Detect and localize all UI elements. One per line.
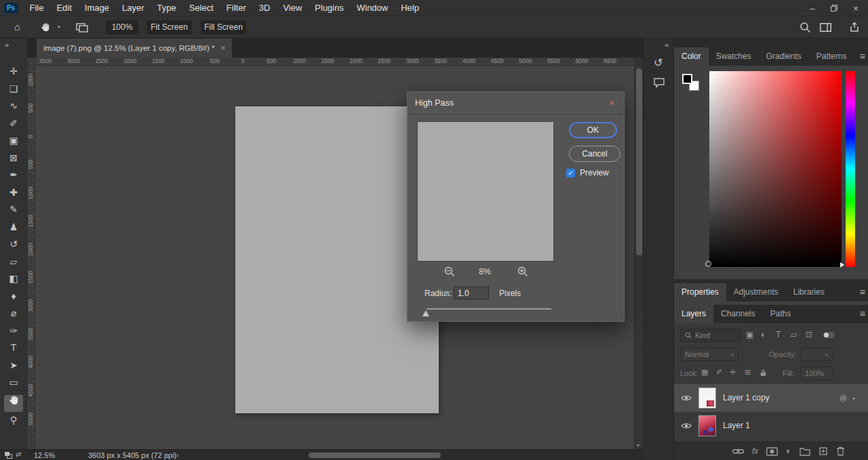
hue-strip[interactable] (846, 71, 855, 267)
radius-slider-track[interactable] (427, 308, 551, 310)
layer-row[interactable]: Layer 1 (674, 412, 868, 440)
tab-properties[interactable]: Properties (674, 283, 726, 301)
foreground-color-swatch[interactable] (682, 74, 692, 84)
lock-position-icon[interactable]: ✛ (730, 368, 736, 377)
menu-item[interactable]: Filter (220, 0, 252, 16)
panel-menu-icon[interactable]: ≡ (860, 283, 865, 301)
minimize-button[interactable]: – (802, 0, 823, 16)
lock-all-icon[interactable] (760, 369, 767, 377)
close-button[interactable]: × (845, 0, 867, 16)
lasso-tool[interactable]: ∿ (4, 98, 23, 115)
workspace-panel-icon[interactable] (820, 23, 831, 32)
zoom-100-button[interactable]: 100% (106, 20, 138, 35)
lock-transparency-icon[interactable]: ▦ (701, 368, 708, 377)
scrollbar-thumb[interactable] (636, 68, 642, 255)
rectangle-tool[interactable]: ▭ (4, 374, 23, 392)
collapse-toolbar-icon[interactable]: » (5, 41, 9, 49)
menu-item[interactable]: Edit (50, 0, 78, 16)
panel-menu-icon[interactable]: ≡ (860, 305, 865, 323)
marquee-tool[interactable]: ❏ (4, 81, 23, 98)
menu-item[interactable]: Layer (116, 0, 151, 16)
layer-filter-toggle[interactable] (823, 332, 835, 338)
menu-item[interactable]: Plugins (309, 0, 351, 16)
tab-layers[interactable]: Layers (674, 305, 713, 323)
lock-pixels-icon[interactable]: ✐ (716, 368, 722, 377)
zoom-out-icon[interactable] (444, 266, 455, 277)
cancel-button[interactable]: Cancel (569, 146, 620, 162)
layers-mini-icon[interactable] (4, 451, 12, 459)
panel-menu-icon[interactable]: ≡ (860, 47, 865, 66)
radius-input[interactable] (454, 287, 489, 299)
brush-tool[interactable]: ✎ (4, 201, 23, 219)
layer-row-selected[interactable]: Layer 1 copy ◎ ▾ (674, 384, 868, 412)
filter-type-layers-icon[interactable]: T (776, 330, 781, 339)
layer-visibility-eye-icon[interactable] (681, 394, 692, 402)
layer-mask-icon[interactable] (766, 447, 778, 456)
tab-libraries[interactable]: Libraries (786, 283, 832, 301)
new-layer-icon[interactable] (818, 446, 828, 456)
layer-filter-kind-select[interactable]: Kind (680, 329, 741, 342)
frame-tool[interactable]: ⊠ (4, 150, 23, 167)
fit-screen-button[interactable]: Fit Screen (146, 20, 192, 35)
layer-visibility-eye-icon[interactable] (681, 422, 692, 430)
filter-smart-object-icon[interactable]: ⊡ (806, 330, 812, 339)
foreground-background-swatches[interactable] (682, 74, 704, 96)
hue-marker[interactable] (840, 262, 844, 268)
eraser-tool[interactable]: ▱ (4, 253, 23, 271)
filter-adjustment-layers-icon[interactable]: ◐ (761, 330, 766, 339)
gradient-tool[interactable]: ◧ (4, 270, 23, 288)
fill-select[interactable]: 100%▾ (800, 367, 833, 380)
menu-item[interactable]: Image (78, 0, 115, 16)
home-icon[interactable]: ⌂ (14, 21, 20, 33)
chevron-down-icon[interactable]: ▾ (58, 24, 60, 30)
menu-item[interactable]: View (277, 0, 309, 16)
healing-brush-tool[interactable]: ✚ (4, 184, 23, 202)
tab-close-icon[interactable]: × (220, 43, 225, 53)
filter-shape-layers-icon[interactable]: ▱ (791, 330, 797, 339)
layer-effects-icon[interactable]: fx (752, 446, 758, 456)
delete-layer-icon[interactable] (836, 446, 845, 456)
search-icon[interactable] (800, 22, 811, 33)
tab-swatches[interactable]: Swatches (709, 47, 759, 66)
scroll-down-icon[interactable]: ▾ (637, 442, 639, 448)
pan-mini-icon[interactable]: ⇄ (16, 451, 21, 458)
crop-tool[interactable]: ▣ (4, 132, 23, 150)
blur-tool[interactable]: ♦ (4, 288, 23, 306)
horizontal-scrollbar-thumb[interactable] (309, 453, 441, 458)
document-tab[interactable]: image (7).png @ 12.5% (Layer 1 copy, RGB… (37, 39, 232, 58)
eyedropper-tool[interactable]: ✒ (4, 167, 23, 184)
dialog-close-icon[interactable]: × (606, 97, 618, 109)
menu-item[interactable]: 3D (252, 0, 277, 16)
restore-button[interactable] (823, 0, 845, 16)
menu-item[interactable]: File (23, 0, 50, 16)
clone-stamp-tool[interactable]: ♟ (4, 219, 23, 236)
dodge-tool[interactable]: ⌀ (4, 305, 23, 322)
type-tool[interactable]: T (4, 339, 23, 357)
tab-gradients[interactable]: Gradients (759, 47, 809, 66)
adjustment-layer-icon[interactable]: ◐ (786, 446, 791, 456)
menu-item[interactable]: Window (350, 0, 394, 16)
lock-artboard-icon[interactable]: ⊞ (745, 368, 751, 377)
color-saturation-field[interactable] (709, 71, 842, 267)
tab-adjustments[interactable]: Adjustments (726, 283, 786, 301)
menu-item[interactable]: Help (395, 0, 426, 16)
zoom-in-icon[interactable] (517, 266, 528, 277)
hand-tool[interactable] (4, 395, 23, 413)
history-panel-icon[interactable]: ↺ (654, 58, 663, 68)
preview-checkbox[interactable]: ✓ (566, 169, 575, 177)
radius-slider-thumb[interactable] (422, 310, 429, 316)
status-zoom-level[interactable]: 12.5% (34, 451, 55, 459)
path-selection-tool[interactable]: ➤ (4, 357, 23, 375)
screen-mode-icon[interactable] (76, 23, 88, 33)
vertical-scrollbar[interactable]: ▾ (634, 66, 643, 449)
tab-color[interactable]: Color (674, 47, 709, 66)
color-field-marker[interactable] (705, 261, 711, 267)
filter-preview-image[interactable] (417, 121, 554, 262)
filter-pixel-layers-icon[interactable]: ▣ (746, 330, 753, 339)
tab-paths[interactable]: Paths (763, 305, 799, 323)
ok-button[interactable]: OK (569, 122, 617, 138)
zoom-tool[interactable]: ⚲ (4, 412, 23, 430)
link-layers-icon[interactable] (732, 448, 744, 455)
chevron-down-icon[interactable]: ▾ (852, 396, 855, 402)
fill-screen-button[interactable]: Fill Screen (201, 20, 246, 35)
